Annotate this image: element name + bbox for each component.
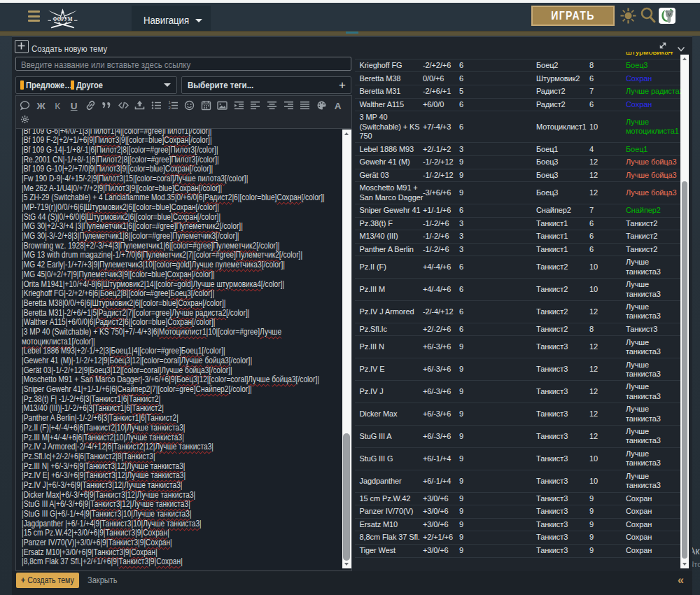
svg-text:ФОРУМ: ФОРУМ xyxy=(53,15,74,22)
svg-text:2: 2 xyxy=(168,105,171,109)
svg-text:1: 1 xyxy=(168,100,171,104)
